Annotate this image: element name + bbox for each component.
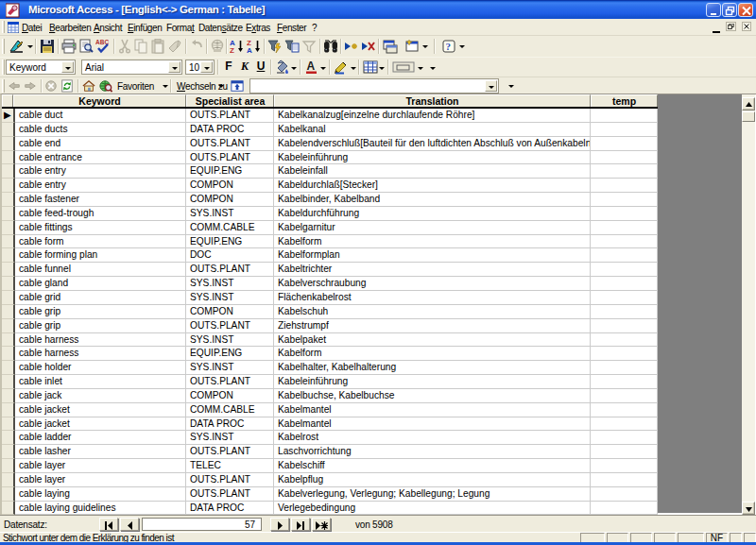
svg-text:Z: Z [230, 46, 234, 54]
svg-text:?: ? [446, 41, 452, 52]
svg-text:A: A [307, 60, 316, 73]
svg-text:A: A [247, 46, 252, 54]
